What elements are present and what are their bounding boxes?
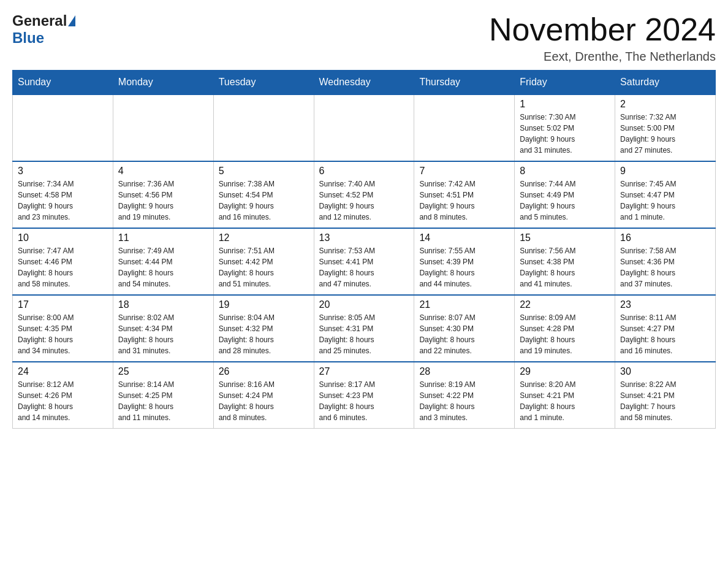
calendar-week-row: 17Sunrise: 8:00 AM Sunset: 4:35 PM Dayli… (13, 295, 716, 362)
day-info: Sunrise: 8:19 AM Sunset: 4:22 PM Dayligh… (419, 379, 509, 423)
day-number: 25 (118, 366, 208, 377)
day-info: Sunrise: 7:45 AM Sunset: 4:47 PM Dayligh… (620, 178, 710, 223)
calendar-week-row: 24Sunrise: 8:12 AM Sunset: 4:26 PM Dayli… (13, 362, 716, 429)
day-info: Sunrise: 8:14 AM Sunset: 4:25 PM Dayligh… (118, 379, 208, 423)
title-section: November 2024 Eext, Drenthe, The Netherl… (489, 12, 716, 64)
calendar-day: 13Sunrise: 7:53 AM Sunset: 4:41 PM Dayli… (314, 228, 414, 295)
calendar-day: 24Sunrise: 8:12 AM Sunset: 4:26 PM Dayli… (13, 362, 113, 429)
calendar-day: 9Sunrise: 7:45 AM Sunset: 4:47 PM Daylig… (615, 161, 716, 228)
day-number: 18 (118, 299, 208, 310)
page-header: General Blue November 2024 Eext, Drenthe… (12, 12, 716, 64)
logo: General Blue (12, 12, 77, 47)
day-info: Sunrise: 8:04 AM Sunset: 4:32 PM Dayligh… (219, 312, 309, 356)
day-info: Sunrise: 7:34 AM Sunset: 4:58 PM Dayligh… (18, 178, 108, 223)
day-number: 9 (620, 166, 710, 177)
day-number: 12 (219, 232, 309, 243)
calendar-header-saturday: Saturday (615, 71, 716, 95)
calendar-day: 1Sunrise: 7:30 AM Sunset: 5:02 PM Daylig… (515, 94, 615, 161)
day-info: Sunrise: 7:53 AM Sunset: 4:41 PM Dayligh… (319, 245, 409, 289)
calendar-day: 20Sunrise: 8:05 AM Sunset: 4:31 PM Dayli… (314, 295, 414, 362)
calendar-day: 12Sunrise: 7:51 AM Sunset: 4:42 PM Dayli… (213, 228, 314, 295)
calendar-day: 23Sunrise: 8:11 AM Sunset: 4:27 PM Dayli… (615, 295, 716, 362)
day-number: 22 (520, 299, 610, 310)
calendar-day (314, 94, 414, 161)
day-number: 5 (219, 166, 309, 177)
calendar-week-row: 3Sunrise: 7:34 AM Sunset: 4:58 PM Daylig… (13, 161, 716, 228)
day-info: Sunrise: 8:02 AM Sunset: 4:34 PM Dayligh… (118, 312, 208, 356)
day-info: Sunrise: 7:32 AM Sunset: 5:00 PM Dayligh… (620, 112, 710, 156)
day-info: Sunrise: 8:20 AM Sunset: 4:21 PM Dayligh… (520, 379, 610, 423)
day-number: 27 (319, 366, 409, 377)
calendar-day: 5Sunrise: 7:38 AM Sunset: 4:54 PM Daylig… (213, 161, 314, 228)
day-number: 16 (620, 232, 710, 243)
calendar-day: 3Sunrise: 7:34 AM Sunset: 4:58 PM Daylig… (13, 161, 113, 228)
day-number: 15 (520, 232, 610, 243)
day-number: 14 (419, 232, 509, 243)
day-number: 7 (419, 166, 509, 177)
day-number: 1 (520, 99, 610, 110)
day-info: Sunrise: 7:42 AM Sunset: 4:51 PM Dayligh… (419, 178, 509, 223)
month-title: November 2024 (489, 12, 716, 47)
day-info: Sunrise: 7:55 AM Sunset: 4:39 PM Dayligh… (419, 245, 509, 289)
calendar-day (213, 94, 314, 161)
calendar-day: 21Sunrise: 8:07 AM Sunset: 4:30 PM Dayli… (414, 295, 515, 362)
day-info: Sunrise: 8:05 AM Sunset: 4:31 PM Dayligh… (319, 312, 409, 356)
day-info: Sunrise: 8:00 AM Sunset: 4:35 PM Dayligh… (18, 312, 108, 356)
calendar-day: 6Sunrise: 7:40 AM Sunset: 4:52 PM Daylig… (314, 161, 414, 228)
calendar-day: 22Sunrise: 8:09 AM Sunset: 4:28 PM Dayli… (515, 295, 615, 362)
day-info: Sunrise: 8:09 AM Sunset: 4:28 PM Dayligh… (520, 312, 610, 356)
day-info: Sunrise: 7:51 AM Sunset: 4:42 PM Dayligh… (219, 245, 309, 289)
day-number: 4 (118, 166, 208, 177)
day-info: Sunrise: 7:38 AM Sunset: 4:54 PM Dayligh… (219, 178, 309, 223)
calendar-day: 18Sunrise: 8:02 AM Sunset: 4:34 PM Dayli… (113, 295, 213, 362)
calendar-day (13, 94, 113, 161)
day-info: Sunrise: 7:30 AM Sunset: 5:02 PM Dayligh… (520, 112, 610, 156)
day-number: 10 (18, 232, 108, 243)
day-info: Sunrise: 8:17 AM Sunset: 4:23 PM Dayligh… (319, 379, 409, 423)
calendar-header-tuesday: Tuesday (213, 71, 314, 95)
calendar-day: 8Sunrise: 7:44 AM Sunset: 4:49 PM Daylig… (515, 161, 615, 228)
calendar-header-sunday: Sunday (13, 71, 113, 95)
day-number: 6 (319, 166, 409, 177)
calendar-day: 27Sunrise: 8:17 AM Sunset: 4:23 PM Dayli… (314, 362, 414, 429)
day-info: Sunrise: 7:40 AM Sunset: 4:52 PM Dayligh… (319, 178, 409, 223)
day-number: 3 (18, 166, 108, 177)
day-info: Sunrise: 7:56 AM Sunset: 4:38 PM Dayligh… (520, 245, 610, 289)
calendar-day: 10Sunrise: 7:47 AM Sunset: 4:46 PM Dayli… (13, 228, 113, 295)
logo-blue-text: Blue (12, 29, 44, 46)
calendar-day: 11Sunrise: 7:49 AM Sunset: 4:44 PM Dayli… (113, 228, 213, 295)
day-number: 8 (520, 166, 610, 177)
calendar-week-row: 10Sunrise: 7:47 AM Sunset: 4:46 PM Dayli… (13, 228, 716, 295)
day-info: Sunrise: 7:58 AM Sunset: 4:36 PM Dayligh… (620, 245, 710, 289)
calendar-day: 30Sunrise: 8:22 AM Sunset: 4:21 PM Dayli… (615, 362, 716, 429)
day-info: Sunrise: 8:12 AM Sunset: 4:26 PM Dayligh… (18, 379, 108, 423)
day-number: 17 (18, 299, 108, 310)
day-info: Sunrise: 7:49 AM Sunset: 4:44 PM Dayligh… (118, 245, 208, 289)
day-number: 29 (520, 366, 610, 377)
calendar-day: 28Sunrise: 8:19 AM Sunset: 4:22 PM Dayli… (414, 362, 515, 429)
calendar-header-wednesday: Wednesday (314, 71, 414, 95)
day-number: 24 (18, 366, 108, 377)
calendar-table: SundayMondayTuesdayWednesdayThursdayFrid… (12, 70, 716, 429)
calendar-day: 7Sunrise: 7:42 AM Sunset: 4:51 PM Daylig… (414, 161, 515, 228)
calendar-day: 17Sunrise: 8:00 AM Sunset: 4:35 PM Dayli… (13, 295, 113, 362)
day-number: 13 (319, 232, 409, 243)
calendar-day: 16Sunrise: 7:58 AM Sunset: 4:36 PM Dayli… (615, 228, 716, 295)
calendar-day: 14Sunrise: 7:55 AM Sunset: 4:39 PM Dayli… (414, 228, 515, 295)
logo-general-text: General (12, 12, 67, 29)
calendar-day: 4Sunrise: 7:36 AM Sunset: 4:56 PM Daylig… (113, 161, 213, 228)
calendar-day: 26Sunrise: 8:16 AM Sunset: 4:24 PM Dayli… (213, 362, 314, 429)
day-info: Sunrise: 8:16 AM Sunset: 4:24 PM Dayligh… (219, 379, 309, 423)
day-number: 30 (620, 366, 710, 377)
day-number: 2 (620, 99, 710, 110)
calendar-day: 25Sunrise: 8:14 AM Sunset: 4:25 PM Dayli… (113, 362, 213, 429)
calendar-day (414, 94, 515, 161)
day-info: Sunrise: 7:44 AM Sunset: 4:49 PM Dayligh… (520, 178, 610, 223)
day-number: 11 (118, 232, 208, 243)
calendar-day: 29Sunrise: 8:20 AM Sunset: 4:21 PM Dayli… (515, 362, 615, 429)
day-number: 21 (419, 299, 509, 310)
day-info: Sunrise: 7:36 AM Sunset: 4:56 PM Dayligh… (118, 178, 208, 223)
day-info: Sunrise: 7:47 AM Sunset: 4:46 PM Dayligh… (18, 245, 108, 289)
calendar-week-row: 1Sunrise: 7:30 AM Sunset: 5:02 PM Daylig… (13, 94, 716, 161)
calendar-day: 15Sunrise: 7:56 AM Sunset: 4:38 PM Dayli… (515, 228, 615, 295)
